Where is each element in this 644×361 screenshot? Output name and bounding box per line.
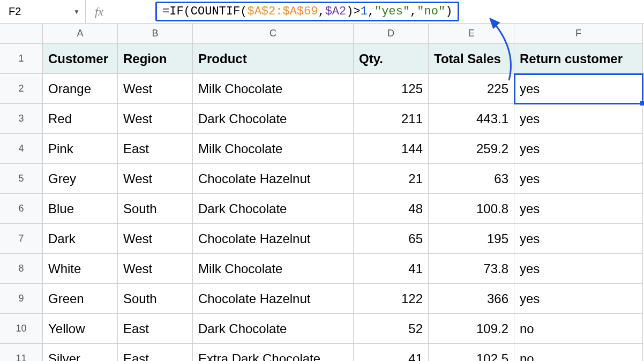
cell[interactable]: yes: [514, 134, 643, 164]
cell[interactable]: Dark Chocolate: [193, 194, 354, 224]
cell[interactable]: Green: [43, 284, 118, 314]
formula-input-wrapper: =IF(COUNTIF($A$2:$A$69,$A2)>1,"yes","no"…: [113, 0, 644, 23]
row-header[interactable]: 6: [0, 194, 43, 224]
spreadsheet-grid: A B C D E F 1 Customer Region Product Qt…: [0, 24, 644, 361]
cell[interactable]: 109.2: [429, 314, 514, 344]
cell[interactable]: no: [514, 344, 643, 361]
row-header[interactable]: 10: [0, 314, 43, 344]
cell[interactable]: Dark Chocolate: [193, 104, 354, 134]
cell[interactable]: 41: [354, 344, 429, 361]
cell[interactable]: yes: [514, 164, 643, 194]
cell[interactable]: West: [118, 224, 193, 254]
cell[interactable]: South: [118, 284, 193, 314]
dropdown-icon[interactable]: ▼: [73, 8, 80, 16]
cell[interactable]: yes: [514, 194, 643, 224]
cell[interactable]: Chocolate Hazelnut: [193, 224, 354, 254]
row-header[interactable]: 11: [0, 344, 43, 361]
row-header[interactable]: 2: [0, 74, 43, 104]
header-region[interactable]: Region: [118, 44, 193, 74]
cell[interactable]: East: [118, 134, 193, 164]
cell[interactable]: 21: [354, 164, 429, 194]
formula-bar[interactable]: =IF(COUNTIF($A$2:$A$69,$A2)>1,"yes","no"…: [155, 2, 459, 21]
row-header[interactable]: 9: [0, 284, 43, 314]
row-header[interactable]: 3: [0, 104, 43, 134]
select-all-corner[interactable]: [0, 24, 43, 44]
cell-f2-selected[interactable]: yes: [514, 74, 643, 104]
fill-handle[interactable]: [640, 101, 644, 106]
cell[interactable]: 144: [354, 134, 429, 164]
cell[interactable]: East: [118, 314, 193, 344]
cell[interactable]: 65: [354, 224, 429, 254]
cell[interactable]: 259.2: [429, 134, 514, 164]
row-header[interactable]: 7: [0, 224, 43, 254]
cell[interactable]: West: [118, 164, 193, 194]
cell[interactable]: White: [43, 254, 118, 284]
cell[interactable]: no: [514, 314, 643, 344]
cell[interactable]: 102.5: [429, 344, 514, 361]
cell[interactable]: yes: [514, 254, 643, 284]
cell[interactable]: yes: [514, 284, 643, 314]
cell[interactable]: 195: [429, 224, 514, 254]
formula-token: COUNTIF: [191, 5, 240, 18]
cell[interactable]: Extra Dark Chocolate: [193, 344, 354, 361]
cell[interactable]: Yellow: [43, 314, 118, 344]
cell[interactable]: Chocolate Hazelnut: [193, 284, 354, 314]
cell[interactable]: Dark Chocolate: [193, 314, 354, 344]
cell[interactable]: 73.8: [429, 254, 514, 284]
row-header[interactable]: 1: [0, 44, 43, 74]
cell[interactable]: Orange: [43, 74, 118, 104]
formula-token: $A2: [325, 5, 347, 18]
cell[interactable]: Red: [43, 104, 118, 134]
cell[interactable]: Silver: [43, 344, 118, 361]
row-header[interactable]: 8: [0, 254, 43, 284]
cell[interactable]: West: [118, 104, 193, 134]
formula-token: ,: [410, 5, 417, 18]
cell[interactable]: Grey: [43, 164, 118, 194]
cell[interactable]: yes: [514, 104, 643, 134]
cell[interactable]: Pink: [43, 134, 118, 164]
col-header-c[interactable]: C: [193, 24, 354, 44]
cell[interactable]: Blue: [43, 194, 118, 224]
col-header-a[interactable]: A: [43, 24, 118, 44]
name-box[interactable]: F2 ▼: [0, 0, 86, 23]
col-header-e[interactable]: E: [429, 24, 514, 44]
cell[interactable]: South: [118, 194, 193, 224]
cell[interactable]: 52: [354, 314, 429, 344]
cell[interactable]: 125: [354, 74, 429, 104]
cell[interactable]: 366: [429, 284, 514, 314]
cell[interactable]: Chocolate Hazelnut: [193, 164, 354, 194]
row-header[interactable]: 4: [0, 134, 43, 164]
cell[interactable]: 443.1: [429, 104, 514, 134]
cell[interactable]: 100.8: [429, 194, 514, 224]
formula-token: ,: [368, 5, 375, 18]
cell[interactable]: 122: [354, 284, 429, 314]
col-header-f[interactable]: F: [514, 24, 643, 44]
cell[interactable]: 211: [354, 104, 429, 134]
header-return[interactable]: Return customer: [514, 44, 643, 74]
cell-value: yes: [520, 81, 540, 96]
formula-token: $A$2:$A$69: [247, 5, 318, 18]
cell[interactable]: West: [118, 254, 193, 284]
cell[interactable]: 63: [429, 164, 514, 194]
header-total[interactable]: Total Sales: [429, 44, 514, 74]
formula-token: 1: [361, 5, 368, 18]
cell[interactable]: East: [118, 344, 193, 361]
cell[interactable]: Milk Chocolate: [193, 74, 354, 104]
header-customer[interactable]: Customer: [43, 44, 118, 74]
row-header[interactable]: 5: [0, 164, 43, 194]
cell[interactable]: 48: [354, 194, 429, 224]
cell[interactable]: 225: [429, 74, 514, 104]
col-header-d[interactable]: D: [354, 24, 429, 44]
formula-bar-row: F2 ▼ fx =IF(COUNTIF($A$2:$A$69,$A2)>1,"y…: [0, 0, 644, 24]
cell[interactable]: 41: [354, 254, 429, 284]
header-qty[interactable]: Qty.: [354, 44, 429, 74]
header-product[interactable]: Product: [193, 44, 354, 74]
fx-icon[interactable]: fx: [86, 5, 113, 19]
col-header-b[interactable]: B: [118, 24, 193, 44]
cell[interactable]: yes: [514, 224, 643, 254]
cell[interactable]: Dark: [43, 224, 118, 254]
formula-token: "no": [417, 5, 445, 18]
cell[interactable]: Milk Chocolate: [193, 134, 354, 164]
cell[interactable]: West: [118, 74, 193, 104]
cell[interactable]: Milk Chocolate: [193, 254, 354, 284]
